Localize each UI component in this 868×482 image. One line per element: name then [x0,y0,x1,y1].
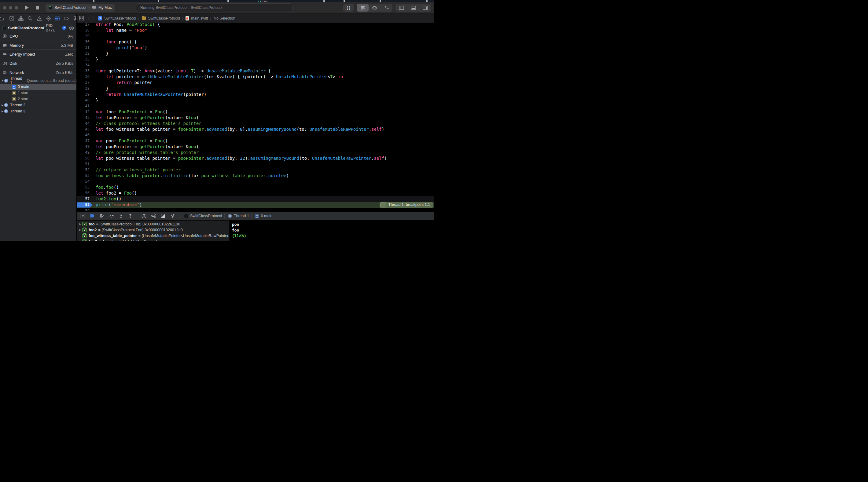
line-number[interactable]: 58 [77,202,91,208]
gauges-toggle-icon[interactable] [62,25,67,30]
stack-frame-row[interactable]: 2 start [0,96,76,102]
breakpoint-annotation[interactable]: Thread 1: breakpoint 1.1 [380,202,433,207]
breakpoint-navigator-icon[interactable] [64,16,69,21]
find-navigator-icon[interactable] [28,16,33,21]
line-source[interactable]: } [91,51,108,57]
lldb-console[interactable]: poofoo(lldb) [229,221,434,241]
crumb-file[interactable]: main.swift [191,16,208,21]
line-number[interactable]: 31 [77,45,91,51]
line-source[interactable] [91,208,96,212]
line-number[interactable]: 57 [77,196,91,202]
crumb-frame[interactable]: 0 main [261,214,273,218]
line-source[interactable]: let foo2 = Foo() [91,190,137,196]
line-source[interactable]: struct Poo: PooProtocol { [91,23,160,28]
debug-navigator-icon[interactable] [55,16,60,21]
report-navigator-icon[interactable] [73,16,76,21]
zoom-window-button[interactable] [15,6,18,9]
line-source[interactable]: let pooPointer = getPointer(value: &poo) [91,144,199,150]
line-number[interactable]: 29 [77,33,91,39]
line-source[interactable] [91,179,96,185]
code-review-button[interactable]: { } [343,4,353,11]
step-over-button[interactable] [108,213,114,219]
line-source[interactable]: let foo_witness_table_pointer = fooPoint… [91,126,384,132]
process-row[interactable]: SwiftClassProtocol PID 2771 [0,23,76,32]
issue-navigator-icon[interactable] [37,16,42,21]
forward-button[interactable]: 〉 [92,15,96,21]
gauge-row-cpu[interactable]: CPU0% [0,32,76,41]
line-number[interactable]: 45 [77,126,91,132]
line-number[interactable]: 53 [77,173,91,179]
line-source[interactable]: let poo_witness_table_pointer = pooPoint… [91,156,387,161]
crumb-selection[interactable]: No Selection [214,16,235,21]
debug-memory-graph-button[interactable] [151,213,156,219]
line-number[interactable]: 36 [77,74,91,80]
line-source[interactable]: } [91,57,98,62]
variable-row[interactable]: Vfoo_witness_table_pointer= (UnsafeMutab… [77,233,229,238]
disclosure-collapsed-icon[interactable]: ▶ [1,110,4,113]
crumb-thread[interactable]: Thread 1 [234,214,249,218]
line-number[interactable]: 43 [77,115,91,121]
line-source[interactable]: let pointer = withUnsafeMutablePointer(t… [91,74,343,80]
line-number[interactable]: 27 [77,23,91,28]
source-editor[interactable]: 27struct Poo: PooProtocol {28 let name =… [77,23,434,212]
line-source[interactable]: func poo() { [91,39,137,45]
line-number[interactable]: 49 [77,150,91,156]
assistant-editor-button[interactable] [369,4,380,11]
project-navigator-icon[interactable] [0,16,5,21]
line-number[interactable]: 39 [77,92,91,97]
line-number[interactable]: 32 [77,51,91,57]
gauge-row-network[interactable]: NetworkZero KB/s [0,68,76,77]
line-source[interactable]: } [91,97,98,103]
gauge-row-disk[interactable]: DiskZero KB/s [0,59,76,68]
back-button[interactable]: 〈 [86,15,90,21]
line-number[interactable]: 55 [77,185,91,190]
line-number[interactable]: 38 [77,86,91,92]
line-source[interactable] [91,33,96,39]
toggle-navigator-button[interactable] [396,4,407,11]
disclosure-collapsed-icon[interactable]: ▶ [1,104,4,106]
version-editor-button[interactable] [380,4,393,11]
line-source[interactable]: foo_witness_table_pointer.initialize(to:… [91,173,289,179]
disclosure-collapsed-icon[interactable]: ▶ [78,223,82,225]
line-source[interactable]: var poo: PooProtocol = Poo() [91,138,168,144]
line-source[interactable]: return pointer [91,80,152,86]
minimize-window-button[interactable] [9,6,12,9]
stack-frame-row[interactable]: 0 main [0,84,76,90]
gauge-row-energy-impact[interactable]: Energy ImpactZero [0,50,76,59]
disclosure-collapsed-icon[interactable]: ▶ [78,228,82,231]
line-source[interactable]: foo.foo() [91,185,119,190]
close-window-button[interactable] [3,6,6,9]
standard-editor-button[interactable] [357,4,369,11]
variable-row[interactable]: ▶Vfoo2= (SwiftClassProtocol.Foo) 0x00000… [77,227,229,233]
line-source[interactable]: return UnsafeMutableRawPointer(pointer) [91,92,206,97]
line-source[interactable]: foo2.foo() [91,196,121,202]
line-number[interactable]: 42 [77,109,91,115]
line-source[interactable] [91,103,96,109]
line-number[interactable]: 41 [77,103,91,109]
line-source[interactable] [91,161,96,167]
threads-view-icon[interactable] [69,25,74,30]
environment-overrides-button[interactable] [160,213,166,219]
line-number[interactable]: 44 [77,121,91,126]
line-number[interactable]: 40 [77,97,91,103]
source-control-navigator-icon[interactable] [9,16,14,21]
line-number[interactable]: 48 [77,144,91,150]
line-source[interactable] [91,62,96,68]
toggle-debug-area-button[interactable] [407,4,419,11]
line-source[interactable]: var foo: FooProtocol = Foo() [91,109,168,115]
line-number[interactable]: 51 [77,161,91,167]
line-source[interactable]: let fooPointer = getPointer(value: &foo) [91,115,199,121]
crumb-group[interactable]: SwiftClassProtocol [148,16,180,21]
simulate-location-button[interactable] [169,213,175,219]
step-out-button[interactable] [127,213,133,219]
line-number[interactable]: 46 [77,132,91,138]
line-source[interactable]: } [91,86,108,92]
disclosure-expanded-icon[interactable]: ▼ [1,79,4,82]
toggle-inspectors-button[interactable] [419,4,431,11]
line-source[interactable]: print("===end===") [91,202,142,208]
hide-debug-area-button[interactable] [80,213,86,219]
line-number[interactable]: 52 [77,167,91,173]
gauge-row-memory[interactable]: Memory5.3 MB [0,41,76,50]
stack-frame-row[interactable]: 1 start [0,90,76,96]
debug-view-hierarchy-button[interactable] [141,213,147,219]
